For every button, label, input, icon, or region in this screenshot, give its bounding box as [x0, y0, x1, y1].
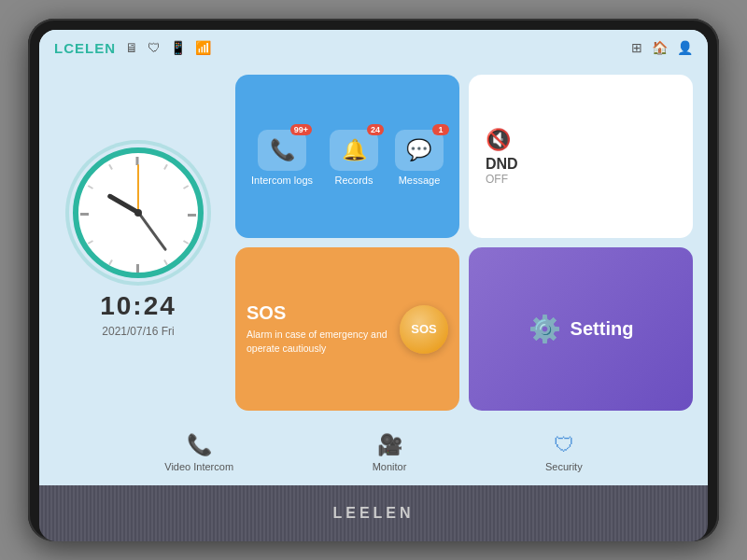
home-icon: 🏠: [652, 40, 668, 55]
shield-icon: 🛡: [148, 40, 161, 55]
quick-tiles-row: 📞 99+ Intercom logs 🔔 24 Records: [235, 75, 459, 238]
message-icon: 💬: [406, 138, 431, 162]
sos-tile[interactable]: SOS Alarm in case of emergency and opera…: [235, 247, 459, 411]
clock-date: 2021/07/16 Fri: [102, 325, 174, 338]
setting-label: Setting: [571, 318, 634, 340]
sos-title: SOS: [247, 302, 390, 324]
setting-gear-icon: ⚙️: [529, 314, 561, 344]
sos-description: Alarm in case of emergency and operate c…: [247, 328, 390, 355]
logo: LcELEN: [54, 40, 116, 56]
records-tile[interactable]: 🔔 24 Records: [330, 130, 378, 186]
tiles-grid: 📞 99+ Intercom logs 🔔 24 Records: [235, 75, 693, 411]
wifi-icon: 📶: [195, 40, 211, 55]
records-icon: 🔔: [342, 138, 367, 162]
records-icon-wrap: 🔔 24: [330, 130, 378, 171]
dnd-tile[interactable]: 🔇 DND OFF: [469, 75, 693, 238]
minute-hand: [137, 212, 167, 251]
clock-section: 10:24 2021/07/16 Fri: [54, 75, 222, 411]
sos-button[interactable]: SOS: [400, 305, 448, 354]
records-label: Records: [335, 175, 374, 186]
nav-video-intercom[interactable]: 📞 Video Intercom: [164, 433, 233, 472]
screen: LcELEN 🖥 🛡 📱 📶 ⊞ 🏠 👤: [39, 30, 708, 485]
header-left: LcELEN 🖥 🛡 📱 📶: [54, 40, 211, 56]
grid-icon: ⊞: [631, 40, 642, 55]
security-icon: 🛡: [554, 433, 574, 457]
dnd-status: OFF: [486, 173, 508, 186]
intercom-logs-icon: 📞: [270, 138, 295, 162]
nav-security[interactable]: 🛡 Security: [545, 433, 583, 472]
clock-face: [73, 147, 204, 278]
dnd-title: DND: [486, 156, 518, 173]
header-status-icons: 🖥 🛡 📱 📶: [125, 40, 211, 55]
message-badge: 1: [432, 124, 449, 135]
phone-icon: 📱: [170, 40, 186, 55]
header-right-icons: ⊞ 🏠 👤: [631, 40, 693, 55]
clock-center: [134, 209, 142, 217]
clock-time: 10:24: [100, 291, 176, 321]
dnd-icon: 🔇: [486, 128, 511, 152]
monitor-nav-icon: 🎥: [377, 433, 402, 457]
device-frame: LcELEN 🖥 🛡 📱 📶 ⊞ 🏠 👤: [28, 19, 719, 541]
intercom-logs-badge: 99+: [290, 124, 312, 135]
security-label: Security: [545, 461, 583, 472]
intercom-logs-tile[interactable]: 📞 99+ Intercom logs: [251, 130, 313, 186]
intercom-logs-label: Intercom logs: [251, 175, 313, 186]
sos-text-area: SOS Alarm in case of emergency and opera…: [247, 302, 390, 355]
setting-tile[interactable]: ⚙️ Setting: [469, 247, 693, 411]
message-icon-wrap: 💬 1: [395, 130, 444, 171]
monitor-icon: 🖥: [125, 40, 138, 55]
brand-label-bottom: LEELEN: [332, 505, 414, 522]
nav-monitor[interactable]: 🎥 Monitor: [373, 433, 407, 472]
intercom-logs-icon-wrap: 📞 99+: [258, 130, 306, 171]
video-intercom-icon: 📞: [187, 433, 212, 457]
video-intercom-label: Video Intercom: [164, 461, 233, 472]
records-badge: 24: [367, 124, 384, 135]
message-tile[interactable]: 💬 1 Message: [395, 130, 444, 186]
device-bottom-bar: LEELEN: [39, 485, 708, 541]
message-label: Message: [399, 175, 441, 186]
main-content: 10:24 2021/07/16 Fri 📞 99+ Intercom logs: [39, 65, 708, 420]
user-icon: 👤: [677, 40, 693, 55]
header-bar: LcELEN 🖥 🛡 📱 📶 ⊞ 🏠 👤: [39, 30, 708, 65]
second-hand: [137, 164, 139, 213]
bottom-navigation: 📞 Video Intercom 🎥 Monitor 🛡 Security: [39, 420, 708, 485]
monitor-label: Monitor: [373, 461, 407, 472]
